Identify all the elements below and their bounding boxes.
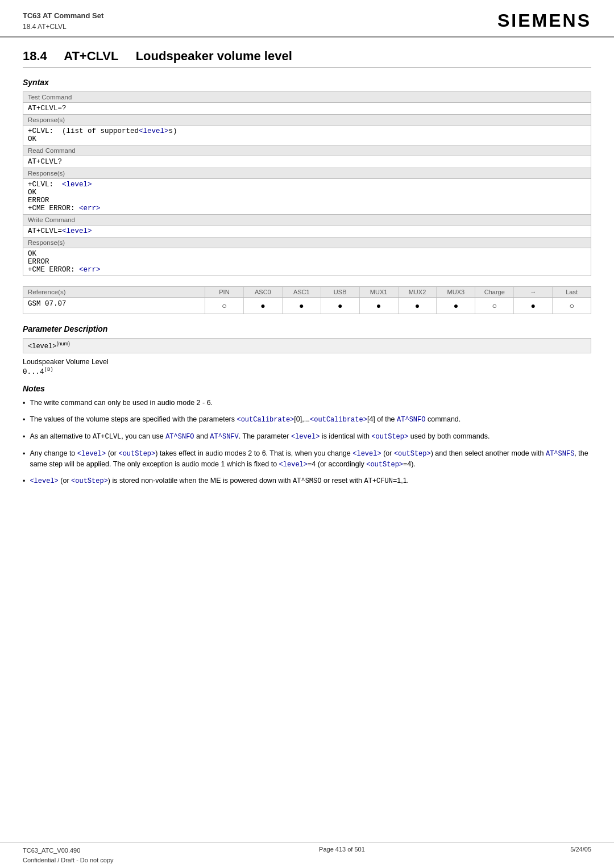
section-ref: 18.4 AT+CLVL [23, 22, 103, 32]
outstep-ref-1: <outStep> [371, 433, 408, 441]
outstep-ref-5: <outStep> [71, 477, 108, 485]
footer-doc-id: TC63_ATC_V00.490 [23, 846, 114, 856]
col-header-last: Last [553, 287, 591, 297]
bullet-2: • [23, 415, 25, 425]
note-text-4: Any change to <level> (or <outStep>) tak… [30, 448, 591, 470]
read-cmd-text: AT+CLVL? [23, 156, 591, 168]
col-header-asc1: ASC1 [283, 287, 321, 297]
col-val-pin: ○ [205, 298, 244, 314]
col-val-asc1: ● [283, 298, 321, 314]
reference-value: GSM 07.07 [23, 298, 205, 310]
col-val-last: ○ [553, 298, 591, 314]
param-value-text: 0...4(D) [23, 367, 591, 376]
footer-right: 5/24/05 [570, 846, 591, 865]
bullet-1: • [23, 398, 25, 409]
outstep-ref-3: <outStep> [394, 450, 431, 458]
header-left: TC63 AT Command Set 18.4 AT+CLVL [23, 10, 103, 32]
outstep-ref-2: <outStep> [118, 450, 155, 458]
read-command-label: Read Command [23, 145, 591, 156]
note-item-2: • The values of the volume steps are spe… [23, 414, 591, 425]
col-header-asc0: ASC0 [244, 287, 283, 297]
page-footer: TC63_ATC_V00.490 Confidential / Draft - … [0, 842, 614, 868]
section-number: 18.4 [23, 49, 47, 63]
param-name-row: <level>(num) [23, 338, 591, 353]
level-span-1: <level> [139, 127, 169, 135]
read-resp-row: +CLVL: <level> OK ERROR +CME ERROR: <err… [23, 178, 591, 214]
outstep-ref-4: <outStep> [366, 461, 403, 469]
page-header: TC63 AT Command Set 18.4 AT+CLVL SIEMENS [0, 0, 614, 37]
note-item-5: • <level> (or <outStep>) is stored non-v… [23, 475, 591, 487]
write-cmd-row: AT+CLVL=<level> [23, 225, 591, 237]
write-resp-text: OK ERROR +CME ERROR: <err> [23, 248, 591, 276]
bullet-5: • [23, 476, 25, 487]
atclvl-ref-1: AT+CLVL [93, 433, 121, 441]
doc-title: TC63 AT Command Set [23, 10, 103, 22]
section-title: AT+CLVL [64, 49, 118, 63]
col-values: ○ ● ● ● ● ● ● ○ ● ○ [205, 298, 591, 314]
test-command-row: Test Command [23, 91, 591, 102]
level-ref-4: <level> [279, 461, 308, 469]
bullet-4: • [23, 449, 25, 460]
col-header-mux3: MUX3 [437, 287, 475, 297]
err-span-1: <err> [79, 205, 101, 212]
col-val-asc0: ● [244, 298, 283, 314]
col-headers: PIN ASC0 ASC1 USB MUX1 MUX2 MUX3 Charge … [205, 287, 591, 298]
footer-left: TC63_ATC_V00.490 Confidential / Draft - … [23, 846, 114, 865]
note-text-5: <level> (or <outStep>) is stored non-vol… [30, 475, 591, 486]
param-desc-text: Loudspeaker Volume Level [23, 358, 591, 366]
col-val-charge: ○ [475, 298, 514, 314]
note-text-1: The write command can only be used in au… [30, 398, 591, 408]
read-resp-label-row: Response(s) [23, 168, 591, 178]
param-table: <level>(num) [23, 338, 591, 353]
param-name-text: <level> [28, 343, 56, 350]
read-resp-text: +CLVL: <level> OK ERROR +CME ERROR: <err… [23, 178, 591, 214]
col-val-usb: ● [321, 298, 360, 314]
bullet-3: • [23, 432, 25, 443]
level-span-3: <level> [62, 227, 92, 235]
note-text-2: The values of the volume steps are speci… [30, 414, 591, 425]
col-val-mux2: ● [399, 298, 437, 314]
read-resp-label: Response(s) [23, 168, 591, 178]
level-ref-2: <level> [77, 450, 106, 458]
note-text-3: As an alternative to AT+CLVL, you can us… [30, 431, 591, 442]
note-item-3: • As an alternative to AT+CLVL, you can … [23, 431, 591, 443]
syntax-label: Syntax [23, 78, 591, 87]
main-content: 18.4 AT+CLVL Loudspeaker volume level Sy… [0, 37, 614, 504]
col-val-mux1: ● [360, 298, 399, 314]
command-table: Test Command AT+CLVL=? Response(s) +CLVL… [23, 91, 591, 276]
note-item-4: • Any change to <level> (or <outStep>) t… [23, 448, 591, 470]
siemens-logo: SIEMENS [497, 10, 591, 31]
footer-confidential: Confidential / Draft - Do not copy [23, 856, 114, 865]
col-val-arrow: ● [514, 298, 553, 314]
atsnfo-ref-2: AT^SNFO [165, 433, 194, 441]
col-header-mux2: MUX2 [399, 287, 437, 297]
write-resp-row: OK ERROR +CME ERROR: <err> [23, 248, 591, 276]
level-ref-5: <level> [30, 477, 58, 485]
param-name-cell: <level>(num) [23, 338, 591, 353]
level-span-2: <level> [62, 181, 92, 189]
reference-row: Reference(s) GSM 07.07 PIN ASC0 ASC1 USB… [23, 286, 591, 314]
write-resp-label: Response(s) [23, 237, 591, 248]
col-header-pin: PIN [205, 287, 244, 297]
read-cmd-row: AT+CLVL? [23, 156, 591, 168]
reference-label: Reference(s) [23, 287, 205, 298]
atsnfv-ref: AT^SNFV [210, 433, 238, 441]
section-heading: 18.4 AT+CLVL Loudspeaker volume level [23, 49, 591, 68]
err-span-2: <err> [79, 266, 101, 274]
section-subtitle: Loudspeaker volume level [136, 49, 292, 63]
col-header-arrow: → [514, 287, 553, 297]
test-resp-label-row: Response(s) [23, 114, 591, 125]
out-calibrate-span-1: <outCalibrate> [237, 416, 294, 424]
test-command-label: Test Command [23, 91, 591, 102]
test-resp-label: Response(s) [23, 114, 591, 125]
atsnfs-ref: AT^SNFS [546, 450, 574, 458]
col-header-mux1: MUX1 [360, 287, 399, 297]
write-command-row: Write Command [23, 214, 591, 225]
test-cmd-text: AT+CLVL=? [23, 102, 591, 114]
write-cmd-text: AT+CLVL=<level> [23, 225, 591, 237]
test-resp-row: +CLVL: (list of supported<level>s)OK [23, 125, 591, 145]
write-command-label: Write Command [23, 214, 591, 225]
write-resp-label-row: Response(s) [23, 237, 591, 248]
level-ref-1: <level> [291, 433, 320, 441]
reference-right: PIN ASC0 ASC1 USB MUX1 MUX2 MUX3 Charge … [205, 286, 591, 314]
